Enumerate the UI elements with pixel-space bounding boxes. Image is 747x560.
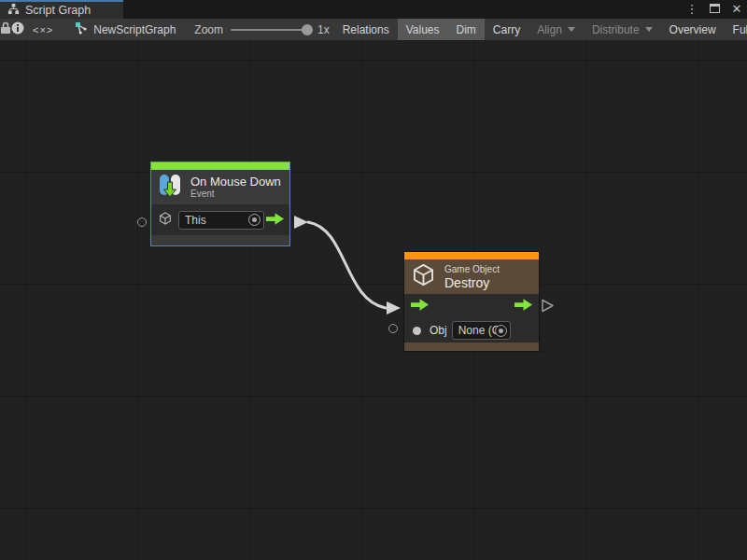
- flow-output-arrow-icon[interactable]: [266, 212, 284, 229]
- zoom-label: Zoom: [194, 23, 223, 36]
- zoom-slider[interactable]: [231, 29, 311, 31]
- wire-end-arrow-icon: [387, 301, 401, 315]
- node-title-bar: On Mouse Down Event: [151, 170, 289, 204]
- obj-value-field[interactable]: None (O: [452, 321, 511, 340]
- fullscreen-button[interactable]: Full S: [725, 19, 747, 40]
- connection-layer: [0, 41, 747, 560]
- dim-button[interactable]: Dim: [448, 19, 485, 40]
- node-category: Game Object: [444, 264, 500, 275]
- flow-output-arrow-icon[interactable]: [514, 298, 532, 315]
- info-button[interactable]: [11, 19, 24, 40]
- lock-icon: [0, 21, 11, 37]
- node-on-mouse-down[interactable]: On Mouse Down Event This: [150, 161, 290, 246]
- mouse-down-icon: [158, 174, 182, 202]
- align-label: Align: [537, 23, 562, 36]
- info-icon: [11, 21, 24, 37]
- overview-button[interactable]: Overview: [661, 19, 725, 40]
- carry-button[interactable]: Carry: [485, 19, 529, 40]
- graph-canvas[interactable]: On Mouse Down Event This: [0, 41, 747, 560]
- window-menu-icon[interactable]: ⋮: [685, 0, 698, 19]
- zoom-control: Zoom 1x: [176, 19, 329, 40]
- tab-script-graph[interactable]: Script Graph: [0, 0, 123, 19]
- flow-continuation-triangle-icon[interactable]: [541, 299, 555, 316]
- node-title: On Mouse Down: [190, 175, 281, 189]
- event-input-port[interactable]: [137, 217, 147, 227]
- obj-input-port[interactable]: [388, 324, 398, 333]
- connection-wire[interactable]: [308, 222, 386, 308]
- align-dropdown[interactable]: Align: [529, 19, 584, 40]
- zoom-slider-handle[interactable]: [302, 24, 313, 35]
- node-body: This: [151, 204, 289, 235]
- node-title: Destroy: [444, 275, 500, 290]
- script-graph-asset-icon: [75, 21, 88, 37]
- window-titlebar: Script Graph ⋮ ✕: [0, 0, 747, 19]
- dropdown-caret-icon: [645, 27, 653, 32]
- node-title-text: On Mouse Down Event: [190, 175, 281, 200]
- node-destroy[interactable]: Game Object Destroy Obj No: [403, 251, 540, 352]
- zoom-value: 1x: [317, 23, 330, 36]
- object-picker-icon[interactable]: [248, 214, 261, 226]
- node-title-text: Game Object Destroy: [444, 264, 500, 290]
- graph-toolbar: <×> NewScriptGraph Zoom 1x Relations Val…: [0, 19, 747, 41]
- maximize-icon[interactable]: [708, 0, 721, 19]
- relations-button[interactable]: Relations: [334, 19, 398, 40]
- lock-button[interactable]: [0, 19, 11, 40]
- close-icon[interactable]: ✕: [730, 0, 743, 19]
- graph-hierarchy-icon: [7, 2, 20, 19]
- graph-name-label: NewScriptGraph: [93, 23, 176, 36]
- values-button[interactable]: Values: [398, 19, 448, 40]
- node-footer: [404, 343, 539, 351]
- node-title-bar: Game Object Destroy: [404, 259, 539, 295]
- event-header-strip: [151, 162, 289, 170]
- obj-port-row: Obj None (O: [404, 318, 539, 343]
- node-body: Obj None (O: [404, 294, 539, 343]
- script-graph-window: Script Graph ⋮ ✕ <×> NewScriptGraph: [0, 0, 747, 560]
- distribute-label: Distribute: [592, 23, 640, 36]
- flow-port-row: [404, 294, 539, 318]
- tab-label: Script Graph: [25, 4, 91, 17]
- wire-start-arrow-icon: [294, 216, 308, 229]
- graph-name-breadcrumb[interactable]: NewScriptGraph: [75, 19, 176, 40]
- node-subtitle: Event: [190, 189, 281, 200]
- obj-value-port-dot[interactable]: [413, 327, 421, 335]
- distribute-dropdown[interactable]: Distribute: [584, 19, 661, 40]
- target-value-field[interactable]: This: [178, 211, 264, 230]
- game-object-cube-icon: [158, 211, 173, 230]
- object-picker-icon[interactable]: [495, 325, 507, 337]
- obj-param-label: Obj: [430, 324, 447, 337]
- game-object-cube-icon: [411, 262, 436, 291]
- window-controls: ⋮ ✕: [685, 0, 743, 19]
- node-footer: [151, 235, 289, 245]
- flow-input-arrow-icon[interactable]: [411, 298, 429, 315]
- target-value-text: This: [185, 214, 206, 227]
- unit-header-strip: [404, 252, 539, 259]
- target-port-row: This: [151, 204, 289, 235]
- maximize-box-icon: [710, 4, 720, 13]
- dropdown-caret-icon: [568, 27, 575, 32]
- code-view-button[interactable]: <×>: [24, 19, 62, 40]
